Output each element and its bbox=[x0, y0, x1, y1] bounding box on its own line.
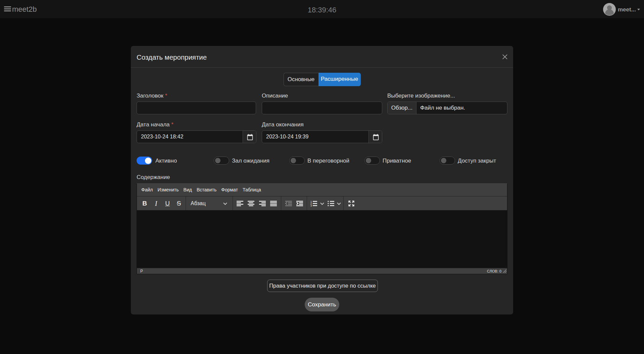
svg-text:3: 3 bbox=[310, 204, 312, 207]
